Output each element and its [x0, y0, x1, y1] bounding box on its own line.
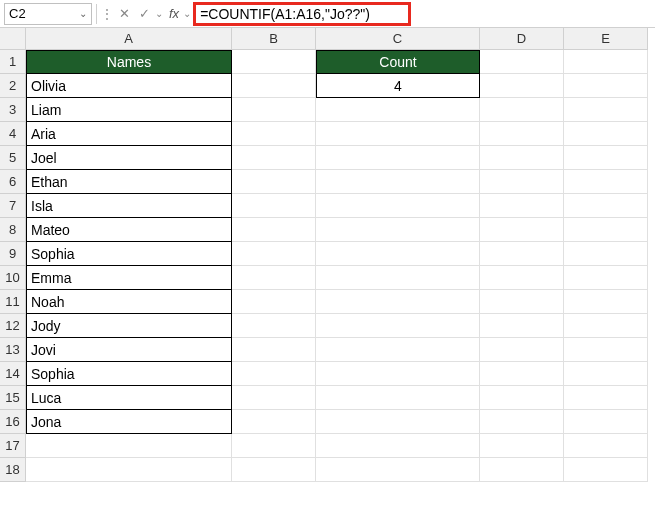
cell[interactable] — [316, 290, 480, 314]
confirm-icon[interactable]: ✓ — [135, 5, 153, 23]
row-header[interactable]: 9 — [0, 242, 26, 266]
cell[interactable] — [232, 146, 316, 170]
row-header[interactable]: 15 — [0, 386, 26, 410]
names-header[interactable]: Names — [26, 50, 232, 74]
column-header-D[interactable]: D — [480, 28, 564, 50]
column-header-A[interactable]: A — [26, 28, 232, 50]
cell[interactable] — [316, 458, 480, 482]
name-cell[interactable]: Olivia — [26, 74, 232, 98]
name-cell[interactable]: Ethan — [26, 170, 232, 194]
name-cell[interactable]: Aria — [26, 122, 232, 146]
row-header[interactable]: 14 — [0, 362, 26, 386]
row-header[interactable]: 11 — [0, 290, 26, 314]
cell[interactable] — [480, 314, 564, 338]
chevron-down-icon[interactable]: ⌄ — [79, 8, 87, 19]
cell[interactable] — [480, 194, 564, 218]
cell[interactable] — [232, 386, 316, 410]
cell[interactable] — [480, 338, 564, 362]
cell[interactable] — [232, 122, 316, 146]
cell[interactable] — [26, 458, 232, 482]
cell[interactable] — [232, 314, 316, 338]
fx-label[interactable]: fx — [165, 6, 183, 21]
name-cell[interactable]: Noah — [26, 290, 232, 314]
cell[interactable] — [564, 362, 648, 386]
cell[interactable] — [564, 218, 648, 242]
name-cell[interactable]: Jovi — [26, 338, 232, 362]
name-cell[interactable]: Joel — [26, 146, 232, 170]
cell[interactable] — [564, 458, 648, 482]
name-cell[interactable]: Isla — [26, 194, 232, 218]
name-cell[interactable]: Jody — [26, 314, 232, 338]
cell[interactable] — [232, 338, 316, 362]
row-header[interactable]: 17 — [0, 434, 26, 458]
cell[interactable] — [232, 50, 316, 74]
count-header[interactable]: Count — [316, 50, 480, 74]
cell[interactable] — [480, 50, 564, 74]
cell[interactable] — [480, 122, 564, 146]
cell[interactable] — [564, 146, 648, 170]
cell[interactable] — [480, 386, 564, 410]
row-header[interactable]: 13 — [0, 338, 26, 362]
name-cell[interactable]: Sophia — [26, 362, 232, 386]
cell[interactable] — [232, 194, 316, 218]
name-cell[interactable]: Jona — [26, 410, 232, 434]
row-header[interactable]: 2 — [0, 74, 26, 98]
cell[interactable] — [316, 266, 480, 290]
name-cell[interactable]: Mateo — [26, 218, 232, 242]
cell[interactable] — [564, 170, 648, 194]
row-header[interactable]: 1 — [0, 50, 26, 74]
name-cell[interactable]: Luca — [26, 386, 232, 410]
row-header[interactable]: 16 — [0, 410, 26, 434]
cell[interactable] — [232, 434, 316, 458]
row-header[interactable]: 12 — [0, 314, 26, 338]
cell[interactable] — [564, 410, 648, 434]
cell[interactable] — [232, 242, 316, 266]
cell[interactable] — [316, 434, 480, 458]
row-header[interactable]: 5 — [0, 146, 26, 170]
cell[interactable] — [232, 266, 316, 290]
row-header[interactable]: 8 — [0, 218, 26, 242]
cell[interactable] — [480, 242, 564, 266]
cell[interactable] — [564, 266, 648, 290]
name-cell[interactable]: Sophia — [26, 242, 232, 266]
cell[interactable] — [232, 74, 316, 98]
count-value-cell[interactable]: 4 — [316, 74, 480, 98]
cell[interactable] — [564, 290, 648, 314]
row-header[interactable]: 6 — [0, 170, 26, 194]
row-header[interactable]: 18 — [0, 458, 26, 482]
cell[interactable] — [316, 338, 480, 362]
column-header-E[interactable]: E — [564, 28, 648, 50]
cell[interactable] — [316, 314, 480, 338]
cell[interactable] — [564, 434, 648, 458]
cell[interactable] — [480, 434, 564, 458]
cell[interactable] — [316, 170, 480, 194]
row-header[interactable]: 3 — [0, 98, 26, 122]
cell[interactable] — [480, 266, 564, 290]
cell[interactable] — [564, 242, 648, 266]
cell[interactable] — [564, 314, 648, 338]
cell[interactable] — [480, 458, 564, 482]
cancel-icon[interactable]: ✕ — [115, 5, 133, 23]
cell[interactable] — [232, 98, 316, 122]
cell[interactable] — [26, 434, 232, 458]
cell[interactable] — [480, 170, 564, 194]
cell[interactable] — [480, 362, 564, 386]
cell[interactable] — [316, 410, 480, 434]
cell[interactable] — [480, 146, 564, 170]
cell[interactable] — [480, 290, 564, 314]
cell[interactable] — [232, 458, 316, 482]
dropdown-icon[interactable]: ⌄ — [155, 8, 163, 19]
row-header[interactable]: 10 — [0, 266, 26, 290]
cell[interactable] — [316, 122, 480, 146]
cell[interactable] — [480, 98, 564, 122]
cell[interactable] — [480, 74, 564, 98]
cell[interactable] — [316, 386, 480, 410]
cell[interactable] — [232, 290, 316, 314]
cell[interactable] — [316, 146, 480, 170]
cell[interactable] — [564, 122, 648, 146]
cell[interactable] — [232, 362, 316, 386]
cell[interactable] — [316, 218, 480, 242]
cell[interactable] — [316, 362, 480, 386]
cell[interactable] — [564, 194, 648, 218]
cell[interactable] — [316, 242, 480, 266]
